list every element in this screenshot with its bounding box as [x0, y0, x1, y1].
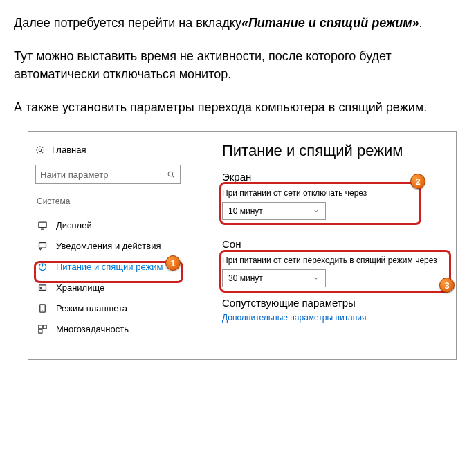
sidebar-item-label: Уведомления и действия [56, 241, 161, 251]
svg-rect-13 [43, 325, 46, 329]
dropdown-value: 10 минут [228, 206, 263, 216]
article-paragraph-3: А также установить параметры перехода ко… [14, 98, 462, 116]
sidebar-item-label: Питание и спящий режим [56, 262, 163, 272]
article-paragraph-2: Тут можно выставить время не активности,… [14, 47, 462, 83]
screen-setting-label: При питании от сети отключать через [222, 188, 449, 198]
sidebar-item-display[interactable]: Дисплей [35, 215, 187, 235]
search-input[interactable]: Найти параметр [35, 165, 181, 184]
power-icon [37, 261, 48, 272]
sidebar-item-multitask[interactable]: Многозадачность [35, 318, 187, 339]
sidebar-item-label: Режим планшета [56, 303, 127, 314]
gear-icon [35, 145, 45, 155]
svg-rect-12 [38, 325, 42, 329]
tablet-icon [37, 302, 48, 314]
sidebar-item-storage[interactable]: Хранилище [35, 277, 187, 298]
settings-sidebar: Главная Найти параметр Система Дисплей У… [35, 143, 187, 339]
search-placeholder: Найти параметр [40, 170, 108, 180]
sleep-setting-label: При питании от сети переходить в спящий … [222, 255, 449, 265]
chevron-down-icon [313, 275, 320, 282]
settings-content: Питание и спящий режим Экран При питании… [222, 142, 449, 323]
storage-icon [37, 282, 48, 293]
additional-power-link[interactable]: Дополнительные параметры питания [222, 313, 449, 323]
sleep-heading: Сон [222, 238, 449, 250]
text: Далее потребуется перейти на вкладку [14, 16, 241, 30]
svg-point-0 [39, 149, 42, 152]
sleep-setting: При питании от сети переходить в спящий … [222, 255, 449, 287]
home-label: Главная [52, 145, 86, 155]
page-title: Питание и спящий режим [222, 142, 449, 160]
screen-setting: При питании от сети отключать через 10 м… [222, 188, 449, 220]
svg-rect-3 [38, 222, 46, 228]
sidebar-item-power[interactable]: Питание и спящий режим [35, 256, 187, 277]
sidebar-item-label: Хранилище [56, 282, 104, 293]
home-button[interactable]: Главная [35, 143, 187, 156]
sidebar-item-notifications[interactable]: Уведомления и действия [35, 235, 187, 256]
settings-window: Главная Найти параметр Система Дисплей У… [28, 131, 457, 360]
svg-rect-14 [38, 329, 42, 333]
sidebar-item-label: Многозадачность [56, 324, 129, 334]
sleep-timeout-dropdown[interactable]: 30 минут [222, 269, 326, 287]
dropdown-value: 30 минут [228, 273, 263, 283]
text: . [419, 16, 423, 30]
svg-point-9 [40, 287, 42, 288]
article-paragraph-1: Далее потребуется перейти на вкладку«Пит… [14, 14, 462, 32]
sidebar-item-tablet[interactable]: Режим планшета [35, 298, 187, 318]
related-heading: Сопутствующие параметры [222, 297, 449, 309]
svg-line-2 [172, 176, 174, 178]
section-label: Система [35, 197, 187, 206]
screen-timeout-dropdown[interactable]: 10 минут [222, 202, 326, 220]
sidebar-item-label: Дисплей [56, 220, 92, 230]
svg-rect-5 [39, 242, 46, 248]
display-icon [37, 219, 48, 230]
chevron-down-icon [313, 208, 320, 215]
tab-name-emphasis: «Питание и спящий режим» [241, 16, 419, 30]
svg-point-1 [168, 172, 173, 176]
notifications-icon [37, 240, 48, 251]
search-icon [167, 170, 176, 179]
multitask-icon [37, 323, 48, 334]
annotation-badge-3: 3 [439, 278, 455, 293]
